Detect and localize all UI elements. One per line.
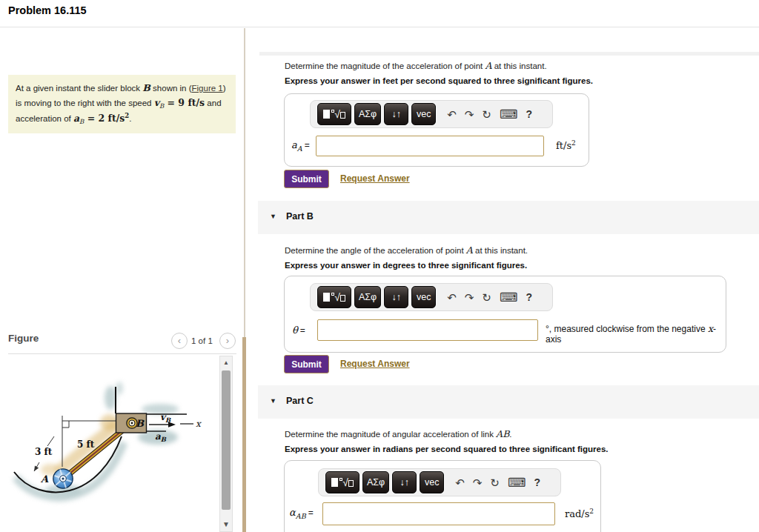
part-b-label: Part B (286, 211, 314, 222)
part-c-answer-box: √ ΑΣφ ↓↑ vec ↶ ↷ ↻ ⌨ ? αAB= rad/s2 (284, 460, 601, 532)
sqrt-icon: √ (342, 477, 348, 488)
undo-icon[interactable]: ↶ (455, 477, 465, 488)
label-5ft: 5 ft (77, 439, 95, 450)
collapse-icon[interactable]: ▼ (270, 397, 276, 405)
part-a-answer-box: √ ΑΣφ ↓↑ vec ↶ ↷ ↻ ⌨ ? aA= ft/s2 (284, 93, 589, 167)
part-b-header[interactable]: ▼ Part B (258, 201, 759, 234)
scroll-up-icon[interactable]: ▲ (220, 357, 232, 369)
part-a-question: Determine the magnitude of the accelerat… (285, 60, 547, 71)
help-icon[interactable]: ? (526, 109, 532, 119)
statement-text: At a given instant the slider block (16, 84, 142, 93)
panel-divider-top (244, 28, 245, 337)
vector-button[interactable]: vec (411, 286, 436, 308)
shadow-washes (16, 382, 179, 497)
math-B: B (142, 82, 150, 93)
scrollbar-thumb[interactable] (222, 370, 231, 510)
page-title: Problem 16.115 (8, 4, 87, 16)
math-aB: a (73, 113, 79, 124)
figure-divider (8, 353, 236, 354)
dim-3ft-leader-top (47, 436, 54, 446)
figure-scrollbar[interactable]: ▲ ▼ (219, 356, 233, 532)
vector-button[interactable]: vec (411, 103, 436, 125)
figure-prev-button[interactable]: ‹ (171, 333, 188, 349)
part-a-section-divider (259, 52, 759, 56)
figure-canvas: vB x aB B A 5 ft 3 ft (0, 356, 222, 532)
part-b-express: Express your answer in degrees to three … (285, 261, 527, 270)
greek-symbols-button[interactable]: ΑΣφ (354, 103, 381, 125)
part-a-express: Express your answer in feet per second s… (285, 76, 593, 85)
filled-square-icon (331, 478, 338, 487)
figure-panel-title: Figure (8, 333, 39, 344)
part-b-question: Determine the angle of the acceleration … (285, 245, 528, 256)
equation-toolbar: √ ΑΣφ ↓↑ vec ↶ ↷ ↻ ⌨ ? (310, 283, 553, 311)
redo-icon[interactable]: ↷ (465, 292, 474, 303)
unit-label: rad/s2 (565, 508, 594, 519)
request-answer-link[interactable]: Request Answer (340, 173, 410, 184)
figure-next-button[interactable]: › (219, 333, 236, 349)
math-template-button[interactable]: √ (317, 286, 351, 308)
collapse-icon[interactable]: ▼ (270, 213, 276, 220)
math-template-button[interactable]: √ (317, 103, 351, 125)
keyboard-icon[interactable]: ⌨ (508, 476, 526, 489)
sub-superscript-button[interactable]: ↓↑ (384, 103, 408, 125)
part-c-label: Part C (286, 396, 314, 406)
part-b-answer-box: √ ΑΣφ ↓↑ vec ↶ ↷ ↻ ⌨ ? θ= °, measured cl… (284, 276, 726, 353)
label-B: B (136, 418, 145, 429)
greek-symbols-button[interactable]: ΑΣφ (354, 286, 381, 308)
math-vB: v (154, 97, 159, 108)
redo-icon[interactable]: ↷ (473, 477, 483, 488)
reset-icon[interactable]: ↻ (490, 477, 500, 488)
wheel-a (53, 469, 73, 488)
radicand-box-icon (348, 480, 354, 487)
sub-superscript-button[interactable]: ↓↑ (384, 286, 408, 308)
request-answer-link[interactable]: Request Answer (340, 359, 410, 369)
sub-superscript-button[interactable]: ↓↑ (392, 471, 417, 493)
panel-divider-bottom (242, 337, 246, 532)
help-icon[interactable]: ? (534, 477, 540, 488)
keyboard-icon[interactable]: ⌨ (500, 108, 518, 121)
figure-1-link[interactable]: Figure 1 (192, 84, 223, 93)
problem-page: Problem 16.115 At a given instant the sl… (0, 0, 759, 532)
radicand-box-icon (340, 295, 345, 302)
part-c-question: Determine the magnitude of angular accel… (285, 428, 512, 439)
part-c-header[interactable]: ▼ Part C (258, 385, 759, 419)
filled-square-icon (323, 110, 330, 119)
answer-input-aA[interactable] (316, 136, 544, 156)
scroll-down-icon[interactable]: ▼ (220, 519, 232, 531)
math-template-button[interactable]: √ (325, 471, 359, 493)
greek-symbols-button[interactable]: ΑΣφ (362, 471, 389, 493)
sqrt-icon: √ (334, 109, 340, 119)
submit-button[interactable]: Submit (284, 355, 329, 373)
unit-label: °, measured clockwise from the negative … (546, 323, 726, 345)
label-A: A (40, 473, 49, 485)
figure-page-indicator: 1 of 1 (191, 336, 213, 345)
answer-label-theta: θ= (292, 325, 305, 338)
label-x-axis: x (196, 419, 202, 429)
radicand-box-icon (340, 112, 345, 119)
header-divider (0, 27, 759, 27)
redo-icon[interactable]: ↷ (465, 109, 474, 120)
label-3ft: 3 ft (35, 447, 53, 457)
problem-statement: At a given instant the slider block B sh… (8, 75, 236, 133)
dim-3ft-arrowhead (34, 465, 39, 471)
keyboard-icon[interactable]: ⌨ (500, 291, 518, 304)
unit-label: ft/s2 (556, 139, 576, 151)
filled-square-icon (323, 293, 330, 302)
equation-toolbar: √ ΑΣφ ↓↑ vec ↶ ↷ ↻ ⌨ ? (318, 468, 561, 496)
answer-label-aA: aA= (291, 139, 310, 153)
undo-icon[interactable]: ↶ (447, 292, 457, 303)
answer-input-theta[interactable] (317, 319, 538, 341)
answer-input-alphaAB[interactable] (322, 502, 555, 525)
reset-icon[interactable]: ↻ (482, 292, 491, 303)
sqrt-icon: √ (334, 292, 340, 302)
right-angle-marker (62, 421, 69, 428)
answer-label-alphaAB: αAB= (289, 507, 314, 520)
reset-icon[interactable]: ↻ (482, 109, 491, 120)
undo-icon[interactable]: ↶ (447, 109, 457, 120)
part-c-express: Express your answer in radians per secon… (285, 445, 609, 453)
submit-button[interactable]: Submit (284, 170, 329, 188)
help-icon[interactable]: ? (526, 292, 532, 302)
vector-button[interactable]: vec (420, 471, 444, 493)
equation-toolbar: √ ΑΣφ ↓↑ vec ↶ ↷ ↻ ⌨ ? (310, 100, 553, 128)
